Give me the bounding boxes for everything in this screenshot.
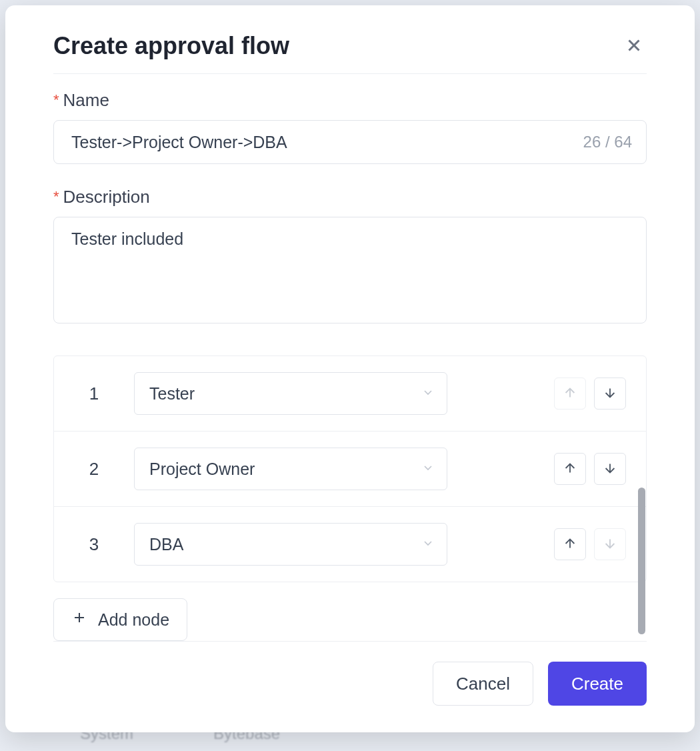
chevron-down-icon [421,535,435,554]
name-input[interactable] [53,120,647,164]
step-row: 2 Project Owner [54,432,646,507]
arrow-down-icon [603,536,617,553]
role-select[interactable]: DBA [134,523,447,566]
chevron-down-icon [421,384,435,404]
arrow-down-icon [603,386,617,402]
scrollbar-thumb[interactable] [638,488,645,634]
name-char-count: 26 / 64 [583,133,632,151]
name-label: *Name [53,90,647,111]
arrow-up-icon [563,386,577,402]
modal-header: Create approval flow [53,32,647,74]
move-down-button [594,528,626,560]
reorder-controls [554,453,626,485]
step-index: 2 [74,459,114,480]
modal-body: *Name 26 / 64 *Description 1 Tester [53,74,647,641]
step-index: 3 [74,534,114,555]
step-index: 1 [74,384,114,404]
move-up-button[interactable] [554,528,586,560]
role-select[interactable]: Tester [134,372,447,415]
arrow-down-icon [603,461,617,478]
add-node-label: Add node [98,610,169,630]
cancel-button[interactable]: Cancel [433,662,533,706]
create-button[interactable]: Create [548,662,647,706]
create-approval-flow-modal: Create approval flow *Name 26 / 64 *Desc… [5,5,695,732]
move-up-button[interactable] [554,453,586,485]
step-row: 1 Tester [54,356,646,432]
role-select[interactable]: Project Owner [134,448,447,490]
reorder-controls [554,528,626,560]
required-star-icon: * [53,188,59,205]
move-up-button [554,378,586,410]
close-button[interactable] [621,33,647,60]
chevron-down-icon [421,460,435,479]
steps-list: 1 Tester 2 [53,355,647,582]
step-row: 3 DBA [54,507,646,582]
close-icon [624,47,644,57]
description-input[interactable] [53,217,647,323]
description-wrap [53,217,647,326]
move-down-button[interactable] [594,453,626,485]
reorder-controls [554,378,626,410]
arrow-up-icon [563,536,577,553]
required-star-icon: * [53,91,59,108]
role-select-value: Tester [149,384,195,404]
role-select-value: DBA [149,535,183,554]
modal-footer: Cancel Create [53,641,647,706]
arrow-up-icon [563,461,577,478]
modal-title: Create approval flow [53,32,289,60]
plus-icon [71,610,87,630]
description-label: *Description [53,187,647,207]
add-node-button[interactable]: Add node [53,598,187,641]
move-down-button[interactable] [594,378,626,410]
name-input-wrap: 26 / 64 [53,120,647,164]
role-select-value: Project Owner [149,460,255,479]
